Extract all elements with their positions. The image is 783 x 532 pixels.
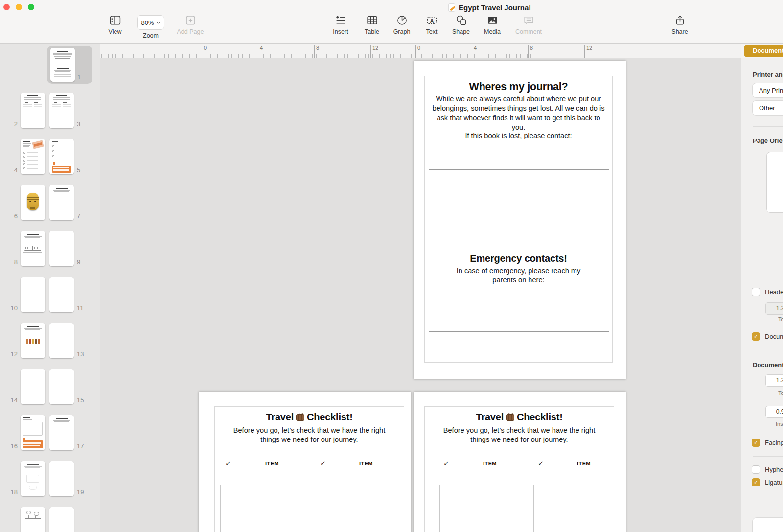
page-thumbnail[interactable]	[21, 231, 45, 266]
minimize-button[interactable]	[16, 4, 22, 10]
media-button[interactable]: Media	[475, 15, 509, 35]
page-number: 11	[77, 304, 84, 312]
page-number: 10	[7, 304, 18, 312]
page-number: 15	[77, 396, 84, 404]
item-column-header: ITEM	[483, 461, 497, 466]
suitcase-icon	[506, 414, 514, 421]
svg-text:A: A	[430, 18, 434, 23]
margins-section-label: Document Margins	[753, 361, 783, 369]
checklist-table[interactable]	[533, 485, 619, 532]
share-button[interactable]: Share	[663, 15, 697, 35]
column-divider	[237, 485, 237, 532]
page-number: 16	[7, 442, 18, 450]
document-body-checkbox[interactable]: ✓	[752, 332, 760, 341]
divider	[753, 456, 783, 457]
table-icon	[367, 15, 378, 26]
orientation-control[interactable]	[766, 152, 783, 213]
page-thumbnail[interactable]	[49, 507, 74, 532]
zoom-window-button[interactable]	[28, 4, 34, 10]
page-title[interactable]: Wheres my journal?	[425, 81, 612, 93]
close-button[interactable]	[3, 4, 10, 10]
item-column-header: ITEM	[577, 461, 591, 466]
table-row	[221, 501, 307, 517]
photo-icon	[487, 15, 498, 26]
checklist-table[interactable]	[220, 485, 307, 532]
page-thumbnail[interactable]	[50, 48, 75, 82]
panel-bottom-button[interactable]	[753, 518, 783, 532]
share-icon	[674, 15, 686, 26]
paper-size-dropdown[interactable]: Other	[753, 101, 783, 115]
table-row	[221, 517, 307, 532]
margin-inside-input[interactable]: 0.9	[765, 406, 783, 418]
graph-button[interactable]: Graph	[385, 15, 419, 35]
shapes-icon	[456, 15, 467, 26]
page-thumbnail[interactable]	[49, 323, 74, 358]
page-thumbnail[interactable]	[21, 415, 45, 450]
view-button[interactable]: View	[98, 15, 132, 35]
zoom-dropdown[interactable]: 80%	[137, 15, 164, 30]
hyphenation-checkbox[interactable]	[752, 465, 760, 474]
page-number: 9	[77, 258, 80, 266]
page-thumbnail[interactable]	[21, 369, 45, 404]
check-column-header: ✓	[320, 459, 326, 468]
printer-section-label: Printer and Paper Size	[753, 71, 783, 78]
table-row	[440, 517, 525, 532]
table-button[interactable]: Table	[355, 15, 389, 35]
ruler-number: 4	[474, 45, 477, 51]
page-thumbnail[interactable]	[49, 369, 74, 404]
insert-button[interactable]: Insert	[323, 15, 358, 35]
page-number: 3	[77, 120, 80, 128]
ruler-number: 0	[204, 45, 207, 51]
page-body-text[interactable]: While we are always careful about where …	[430, 94, 607, 133]
contact-line[interactable]: If this book is lost, please contact:	[438, 131, 599, 140]
window-title: Egypt Travel Journal	[448, 2, 531, 13]
emergency-title[interactable]: Emergency contacts!	[425, 253, 612, 264]
facing-pages-label: Facing Pages	[765, 439, 783, 446]
page-thumbnail[interactable]	[21, 93, 45, 128]
page-thumbnail[interactable]	[21, 507, 45, 532]
page-thumbnail[interactable]	[49, 461, 74, 496]
margin-top-input[interactable]: 1.2	[765, 374, 783, 387]
page-thumbnail[interactable]	[49, 93, 74, 128]
page-thumbnail[interactable]	[21, 185, 45, 220]
checklist-title[interactable]: TravelChecklist!	[215, 412, 404, 423]
checklist-table[interactable]	[315, 485, 401, 532]
document-icon	[448, 3, 455, 12]
page-thumbnail[interactable]	[21, 323, 45, 358]
page-thumbnail[interactable]	[49, 231, 74, 266]
checklist-table[interactable]	[439, 485, 525, 532]
header-value-input[interactable]: 1.2	[765, 302, 783, 315]
printer-dropdown[interactable]: Any Printer	[753, 83, 783, 97]
page-number: 2	[7, 120, 18, 128]
page-thumbnail[interactable]	[49, 139, 74, 174]
page-number: 19	[77, 488, 84, 496]
page-number: 1	[77, 73, 81, 81]
shape-button[interactable]: Shape	[444, 15, 478, 35]
page-thumbnail[interactable]	[21, 277, 45, 312]
toolbar: Egypt Travel Journal View 80% Zoom Add P…	[0, 0, 783, 44]
facing-pages-checkbox[interactable]: ✓	[752, 439, 760, 447]
page-number: 8	[7, 258, 18, 266]
page-thumbnail[interactable]	[49, 185, 74, 220]
margin-inside-label: Inside	[776, 421, 783, 427]
page-thumbnail[interactable]	[49, 277, 74, 312]
checklist-subtitle[interactable]: Before you go, let’s check that we have …	[443, 426, 596, 445]
tab-document[interactable]: Document	[744, 45, 783, 57]
divider	[753, 507, 783, 507]
pie-chart-icon	[396, 15, 408, 26]
table-row	[534, 485, 619, 501]
page-thumbnail[interactable]	[21, 461, 45, 496]
check-column-header: ✓	[443, 459, 450, 468]
page-1-sheet[interactable]: Wheres my journal? While we are always c…	[414, 61, 626, 379]
page-thumbnail[interactable]	[49, 415, 74, 450]
table-row	[440, 501, 525, 517]
table-row	[221, 485, 307, 501]
checklist-subtitle[interactable]: Before you go, let’s check that we have …	[233, 426, 386, 445]
page-thumbnail[interactable]	[21, 139, 45, 174]
zoom-label: Zoom	[134, 30, 168, 39]
emergency-body[interactable]: In case of emergency, please reach my pa…	[456, 266, 581, 285]
divider	[753, 351, 783, 351]
header-checkbox[interactable]	[752, 288, 760, 296]
checklist-title[interactable]: TravelChecklist!	[425, 412, 614, 423]
ligatures-checkbox[interactable]: ✓	[752, 478, 760, 486]
